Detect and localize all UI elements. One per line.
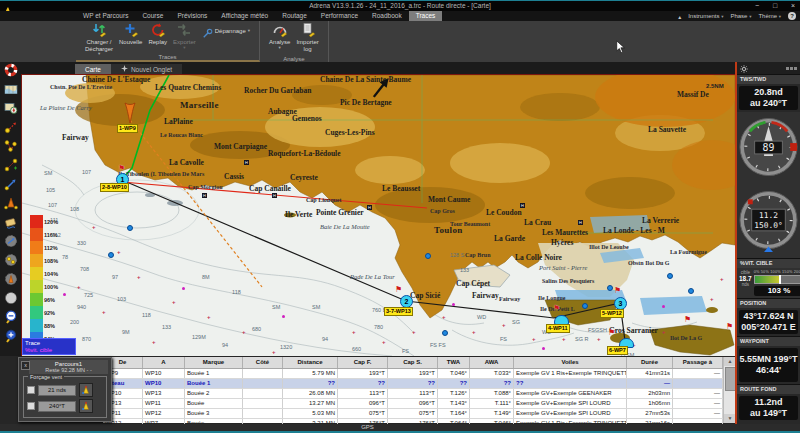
chart-view[interactable]: Chaine De L'EstaqueChstn. Pte De L'Erevi… (22, 75, 735, 356)
column-header-awa[interactable]: AWA (470, 357, 514, 368)
d-pannage-icon (202, 25, 213, 36)
zoom-boat-icon (4, 272, 18, 290)
wind-dir-checkbox[interactable] (27, 402, 35, 410)
legend-percent-label: 88% (44, 323, 55, 329)
zoom-window-icon (4, 291, 18, 309)
ribbon-menu-instruments[interactable]: Instruments ▾ (688, 13, 723, 19)
table-cell: ?? (338, 379, 388, 388)
column-header-cap-f[interactable]: Cap F. (338, 357, 388, 368)
ribbon-button-importer-log[interactable]: Importer log (293, 21, 321, 53)
wind-dir-mark-button[interactable] (79, 399, 93, 413)
dock-handle-icon[interactable] (786, 67, 797, 70)
wind-angle-gauge: 89 (737, 112, 800, 184)
boat-icon[interactable] (123, 102, 137, 128)
chart-options-icon (4, 101, 18, 119)
legend-band: 112% (30, 241, 58, 254)
twd-value: au 240°T (739, 98, 798, 109)
column-header-marque[interactable]: Marque (185, 357, 243, 368)
zoom-window-button[interactable] (0, 290, 22, 309)
help-icon[interactable]: ? (788, 12, 796, 20)
zoom-out-button[interactable] (0, 309, 22, 328)
waypoint-label: 2-8-WP10 (100, 183, 129, 192)
ribbon-tab-affichage-m-t-o[interactable]: Affichage météo (214, 11, 275, 21)
column-header-twa[interactable]: TWA (438, 357, 470, 368)
open-chart-button[interactable] (0, 81, 22, 100)
collapse-ribbon-icon[interactable]: ▴ (678, 13, 681, 20)
wind-speed-mark-button[interactable] (79, 383, 93, 397)
window-title: Adrena V13.9.1.26 - 24_11_2016_a.trc - R… (0, 2, 800, 9)
ribbon-tab-course[interactable]: Course (135, 11, 170, 21)
table-row[interactable]: WP13WP11Bouée13.27 MN096°T096°TT.143°T.1… (103, 399, 723, 409)
minimize-button[interactable]: − (752, 1, 762, 11)
sounding-value: 9M (122, 330, 130, 335)
ribbon-tab-wp-et-parcours[interactable]: WP et Parcours (76, 11, 135, 21)
helipad-icon: H (520, 203, 525, 208)
adrena-window: Adrena V13.9.1.26 - 24_11_2016_a.trc - R… (0, 0, 800, 433)
table-cell: 1h06mn (627, 399, 673, 408)
vit-cible-value: 103 % (754, 286, 800, 296)
chart-options-button[interactable] (0, 100, 22, 119)
map-label: Toulon (434, 227, 463, 234)
ribbon-button-analyse[interactable]: Analyse▾ (266, 21, 293, 51)
ribbon-button-d-pannage[interactable]: Dépannage▾ (199, 23, 253, 38)
table-row[interactable]: WP9WP10Bouée 15.79 MN193°T193°TT.046°T.0… (103, 369, 723, 379)
table-scrollbar[interactable]: ▲ ▼ (723, 357, 735, 423)
hazard-mark-icon: + (172, 300, 176, 305)
column-header-c-t[interactable]: Côté (243, 357, 283, 368)
ribbon-button-nouvelle[interactable]: Nouvelle (116, 21, 145, 47)
wind-dir-field[interactable]: 240°T (38, 401, 76, 412)
parcours-header[interactable]: Parcours1 Reste 92.28 MN - - (29, 360, 108, 374)
table-row[interactable]: WP10WP13Bouée 226.08 MN113°T113°TT.126°T… (103, 389, 723, 399)
mob-lifebuoy-button[interactable] (0, 62, 22, 81)
waypoint-label: 6-WP7 (607, 346, 628, 355)
helipad-icon: H (244, 160, 249, 165)
ribbon-menu-th-me[interactable]: Thème ▾ (758, 13, 781, 19)
map-label: Port Saint - Pierre (539, 264, 587, 271)
legend-band: 120% (30, 215, 58, 228)
append-waypoint-button[interactable] (0, 119, 22, 138)
hazard-mark-icon: + (532, 337, 536, 342)
ribbon-button-label: Dépannage (215, 28, 246, 35)
ribbon-tab-routage[interactable]: Routage (275, 11, 314, 21)
maximize-button[interactable]: □ (770, 1, 780, 11)
wind-speed-field[interactable]: 21 nds (38, 385, 76, 396)
ribbon-tab-pr-visions[interactable]: Prévisions (170, 11, 214, 21)
zoom-marks-button[interactable] (0, 252, 22, 271)
zoom-boat-button[interactable] (0, 271, 22, 290)
ribbon-tab-traces[interactable]: Traces (409, 11, 443, 21)
column-header-voiles[interactable]: Voiles (514, 357, 627, 368)
close-button[interactable]: × (788, 1, 798, 11)
table-cell: Bouée 2 (185, 389, 243, 398)
buoy-mark-icon (688, 288, 694, 294)
zoom-in-button[interactable] (0, 328, 22, 347)
bearing-line-button[interactable] (0, 176, 22, 195)
start-line-button[interactable] (0, 195, 22, 214)
legend-swatch (30, 306, 43, 319)
map-label: La Verrerie (642, 217, 679, 224)
bearing-line-icon (4, 177, 18, 195)
column-header-a[interactable]: A (143, 357, 185, 368)
waypoint-value: 5.55MN 199°T 46:44' (739, 348, 798, 382)
ribbon-tab-roadbook[interactable]: Roadbook (365, 11, 409, 21)
tab-carte[interactable]: Carte (75, 64, 111, 75)
table-cell: Bouée 1 (185, 379, 243, 388)
table-row[interactable]: bateauWP10Bouée 1????????????— (103, 379, 723, 389)
wind-speed-checkbox[interactable] (27, 386, 35, 394)
ribbon-menu-phase[interactable]: Phase ▾ (730, 13, 751, 19)
waypoint-ttg: 46:44' (739, 365, 798, 376)
column-header-passage[interactable]: Passage à (673, 357, 723, 368)
ribbon-button-replay[interactable]: Replay (145, 21, 170, 47)
insert-waypoint-button[interactable] (0, 157, 22, 176)
ribbon-button-charger-d-charger[interactable]: Charger / Décharger▾ (82, 21, 116, 57)
erase-route-button[interactable] (0, 214, 22, 233)
column-header-distance[interactable]: Distance (283, 357, 338, 368)
hazard-mark-icon: + (152, 340, 156, 345)
ribbon-tab-performance[interactable]: Performance (314, 11, 365, 21)
tab-nouvel-onglet[interactable]: Nouvel Onglet (111, 64, 182, 75)
parcours-close-button[interactable]: x (21, 361, 30, 370)
edit-marks-button[interactable] (0, 138, 22, 157)
table-row[interactable]: WP11WP12Bouée 35.03 MN075°T075°TT.164°T.… (103, 409, 723, 419)
column-header-cap-s[interactable]: Cap S. (388, 357, 438, 368)
column-header-dur-e[interactable]: Durée (627, 357, 673, 368)
zoom-route-button[interactable] (0, 233, 22, 252)
